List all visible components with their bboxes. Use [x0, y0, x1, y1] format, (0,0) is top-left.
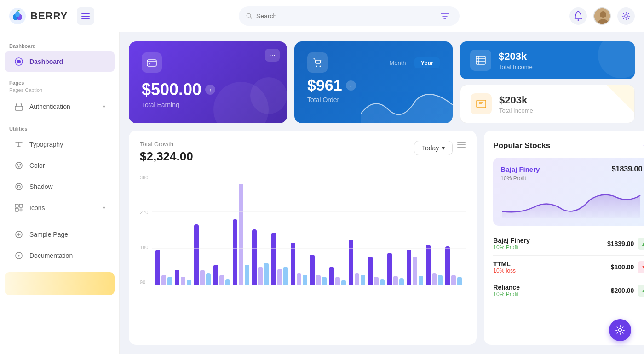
bar-light-blue-0	[167, 277, 172, 285]
bar-purple-5	[252, 229, 257, 285]
stock-badge-1: ▼	[638, 261, 644, 273]
bar-light-purple-12	[393, 276, 398, 285]
svg-point-12	[625, 15, 627, 17]
sidebar-item-documentation[interactable]: Documentation	[5, 246, 115, 266]
search-input[interactable]	[256, 12, 434, 20]
income-card-2-decor	[607, 85, 634, 113]
hamburger-button[interactable]	[77, 7, 94, 25]
stock-badge-0: ▲	[638, 238, 644, 250]
bar-light-blue-2	[206, 273, 211, 285]
income-text-2: $203k Total Income	[499, 94, 533, 114]
auth-icon	[14, 102, 24, 112]
sidebar: Dashboard Dashboard Pages Pages Caption …	[0, 32, 120, 354]
income-bg-1	[598, 41, 635, 78]
bar-light-purple-4	[239, 184, 243, 285]
bar-purple-4	[233, 219, 237, 285]
stock-price-2: $200.00	[611, 287, 634, 294]
sidebar-item-icons[interactable]: Icons ▾	[5, 198, 115, 218]
middle-row: Total Growth $2,324.00 Today ▾	[129, 131, 635, 345]
color-icon	[14, 160, 24, 171]
featured-stock-name: Bajaj Finery	[500, 166, 540, 173]
app-name: BERRY	[30, 10, 68, 22]
chart-menu-button[interactable]	[457, 142, 466, 148]
stock-info-0: Bajaj Finery 10% Profit	[493, 237, 529, 251]
bar-group-14	[426, 245, 443, 285]
svg-point-14	[17, 60, 21, 63]
topbar-right	[569, 7, 635, 25]
income-label-1: Total Income	[499, 63, 533, 70]
chart-header-right: Today ▾	[414, 141, 466, 155]
today-label: Today	[422, 144, 439, 152]
chart-header-left: Total Growth $2,324.00	[140, 141, 193, 164]
income-label-2: Total Income	[499, 107, 533, 114]
bar-group-5	[252, 229, 269, 285]
sidebar-item-authentication[interactable]: Authentication ▾	[5, 97, 115, 117]
svg-rect-15	[15, 106, 23, 110]
order-tab-group: Month Year	[383, 57, 440, 68]
svg-rect-24	[15, 208, 18, 211]
stock-profit-0: 10% Profit	[493, 244, 529, 251]
bar-light-blue-14	[438, 275, 443, 285]
order-tab-year[interactable]: Year	[414, 57, 440, 68]
sidebar-item-color[interactable]: Color	[5, 155, 115, 176]
bar-light-purple-1	[181, 277, 185, 285]
stock-profit-2: 10% Profit	[493, 291, 520, 297]
svg-rect-28	[147, 60, 156, 66]
chart-body: 360 270 180 90	[140, 171, 466, 285]
bar-light-purple-8	[316, 275, 321, 285]
stock-name-0: Bajaj Finery	[493, 237, 529, 244]
svg-point-16	[16, 162, 22, 169]
chart-card: Total Growth $2,324.00 Today ▾	[129, 131, 477, 345]
topbar-settings-button[interactable]	[617, 7, 635, 25]
bar-light-purple-2	[200, 270, 205, 285]
sidebar-typography-label: Typography	[29, 141, 63, 148]
stock-price-1: $100.00	[611, 263, 634, 271]
svg-point-29	[149, 63, 150, 65]
sidebar-shadow-label: Shadow	[29, 183, 53, 190]
icons-icon	[14, 203, 24, 213]
sidebar-item-typography[interactable]: Typography	[5, 134, 115, 154]
order-tab-month[interactable]: Month	[383, 57, 412, 68]
bar-group-7	[291, 243, 307, 285]
svg-point-17	[17, 164, 18, 166]
bar-group-13	[407, 250, 423, 285]
auth-chevron-icon: ▾	[103, 103, 105, 110]
order-down-icon: ↓	[346, 80, 356, 91]
sidebar-docs-label: Documentation	[29, 252, 73, 259]
featured-stock-chart	[500, 186, 642, 218]
bar-group-0	[155, 250, 172, 285]
sidebar-icons-label: Icons	[29, 204, 45, 211]
bar-purple-8	[310, 255, 315, 285]
sidebar-item-dashboard[interactable]: Dashboard	[5, 51, 115, 72]
notification-button[interactable]	[569, 7, 587, 25]
bar-light-purple-10	[355, 273, 359, 285]
bar-light-purple-15	[451, 275, 456, 285]
svg-point-8	[578, 19, 579, 21]
bar-light-blue-7	[303, 275, 307, 285]
sidebar-color-label: Color	[29, 162, 45, 169]
today-filter-button[interactable]: Today ▾	[414, 141, 453, 155]
avatar[interactable]	[593, 7, 611, 25]
sidebar-item-shadow[interactable]: Shadow	[5, 177, 115, 197]
filter-button[interactable]	[438, 8, 452, 24]
shadow-icon	[14, 182, 24, 192]
bar-light-blue-8	[322, 277, 327, 285]
svg-point-10	[600, 11, 606, 18]
income-icon-2	[471, 93, 492, 114]
stocks-title: Popular Stocks	[493, 141, 550, 150]
floating-gear-button[interactable]	[609, 319, 631, 341]
earning-dots-button[interactable]: ···	[265, 49, 280, 62]
bar-group-12	[387, 253, 404, 285]
svg-point-30	[316, 66, 317, 67]
sidebar-section-pages: Pages	[0, 76, 119, 87]
sidebar-item-sample-page[interactable]: Sample Page	[5, 224, 115, 245]
bar-light-blue-10	[361, 275, 365, 285]
bar-light-blue-6	[283, 267, 288, 285]
chart-amount: $2,324.00	[140, 149, 193, 164]
bar-light-purple-6	[277, 269, 282, 285]
earning-card: ··· $500.00 ↑ Total Earning	[129, 41, 287, 123]
svg-rect-32	[476, 56, 485, 64]
bar-light-blue-1	[187, 280, 191, 285]
bar-light-blue-4	[245, 265, 249, 285]
stock-info-1: TTML 10% loss	[493, 260, 516, 274]
